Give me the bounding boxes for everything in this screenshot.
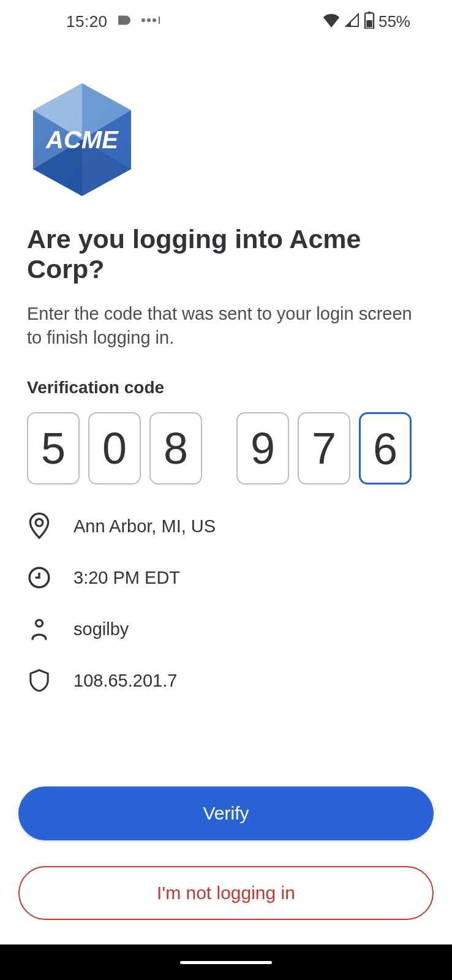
svg-point-1: [147, 18, 151, 22]
location-icon: [27, 514, 51, 538]
verification-code-inputs: 5 0 8 9 7 6: [27, 412, 425, 484]
svg-point-17: [36, 620, 43, 627]
clock-icon: [27, 565, 51, 590]
code-digit-3[interactable]: 8: [149, 412, 202, 484]
status-dots-icon: [141, 16, 162, 27]
code-digit-6[interactable]: 6: [359, 412, 412, 484]
detail-user: sogilby: [27, 617, 425, 641]
page-title: Are you logging into Acme Corp?: [27, 224, 425, 285]
location-value: Ann Arbor, MI, US: [73, 516, 216, 537]
code-digit-4[interactable]: 9: [236, 412, 289, 484]
shield-icon: [27, 668, 51, 693]
battery-icon: [364, 12, 375, 31]
verification-code-label: Verification code: [27, 378, 425, 398]
time-value: 3:20 PM EDT: [73, 568, 180, 588]
svg-point-2: [153, 18, 156, 22]
ip-value: 108.65.201.7: [73, 671, 177, 691]
svg-point-0: [141, 18, 145, 22]
verify-button[interactable]: Verify: [18, 786, 434, 840]
wifi-icon: [322, 13, 341, 30]
nav-handle[interactable]: [180, 961, 272, 964]
action-buttons: Verify I'm not logging in: [18, 786, 434, 920]
status-notification-icon: [115, 11, 134, 32]
code-digit-5[interactable]: 7: [298, 412, 350, 484]
status-bar-left: 15:20: [17, 11, 162, 32]
detail-ip: 108.65.201.7: [27, 668, 425, 693]
main-content: ACME Are you logging into Acme Corp? Ent…: [0, 43, 452, 693]
svg-point-15: [36, 519, 43, 526]
battery-percentage: 55%: [379, 12, 410, 31]
svg-rect-3: [159, 17, 160, 24]
code-digit-1[interactable]: 5: [27, 412, 80, 484]
company-logo: ACME: [27, 80, 425, 202]
code-digit-2[interactable]: 0: [88, 412, 141, 484]
deny-button[interactable]: I'm not logging in: [18, 866, 434, 920]
svg-rect-6: [366, 20, 372, 28]
detail-location: Ann Arbor, MI, US: [27, 514, 425, 538]
svg-text:ACME: ACME: [45, 126, 119, 153]
status-bar: 15:20 55%: [0, 0, 452, 43]
page-description: Enter the code that was sent to your log…: [27, 302, 425, 350]
user-value: sogilby: [73, 619, 129, 639]
status-time: 15:20: [66, 12, 108, 31]
system-nav-bar: [0, 944, 452, 980]
user-icon: [27, 617, 51, 641]
status-bar-right: 55%: [322, 12, 410, 31]
detail-time: 3:20 PM EDT: [27, 565, 425, 590]
signal-icon: [344, 13, 360, 30]
